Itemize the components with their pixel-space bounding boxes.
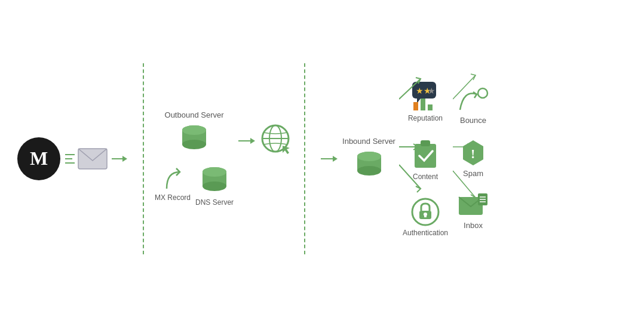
speed-line-2	[65, 158, 72, 159]
arrow-to-content	[399, 141, 423, 153]
m-logo: M	[17, 137, 60, 180]
svg-line-19	[399, 165, 421, 189]
globe-icon	[260, 123, 293, 156]
arrow-to-inbound	[321, 156, 338, 162]
arrow-to-auth	[399, 153, 423, 201]
svg-point-7	[203, 181, 226, 191]
svg-point-3	[182, 140, 206, 149]
outbound-dns-section: Outbound Server MX Record	[155, 110, 234, 207]
dns-server-label: DNS Server	[195, 198, 234, 207]
email-flow-diagram: M Outbound Server	[17, 21, 627, 296]
auth-icon	[411, 198, 440, 226]
dns-db-icon	[201, 166, 228, 196]
outbound-label: Outbound Server	[165, 110, 224, 119]
svg-line-33	[453, 75, 476, 99]
svg-point-8	[203, 167, 226, 177]
auth-item: Authentication	[403, 198, 448, 237]
inbound-label: Inbound Server	[342, 137, 395, 146]
inbox-label: Inbox	[464, 221, 483, 230]
arrow-to-bounce	[453, 69, 479, 111]
mx-record-group: MX Record	[155, 166, 191, 202]
mx-dns-group: MX Record DNS Server	[155, 166, 234, 207]
inbound-db-icon	[356, 150, 382, 180]
auth-label: Authentication	[403, 229, 448, 237]
globe-section	[260, 123, 293, 159]
arrow-to-globe	[238, 138, 255, 144]
speed-line-3	[65, 162, 75, 164]
arrow-to-inbox	[453, 159, 479, 207]
arrow-to-spam	[453, 141, 477, 153]
svg-marker-12	[283, 146, 290, 154]
mx-arrow-icon	[162, 166, 183, 190]
svg-text:★: ★	[428, 87, 436, 96]
svg-line-17	[399, 79, 421, 99]
svg-point-15	[357, 166, 381, 176]
inbound-section: Inbound Server	[342, 137, 395, 180]
arrow-after-envelope	[112, 156, 127, 162]
email-send-group	[65, 146, 127, 171]
arrow-to-reputation	[399, 75, 423, 123]
svg-point-4	[182, 125, 206, 135]
outbound-db-icon	[181, 124, 207, 156]
speed-lines	[65, 154, 75, 164]
svg-point-36	[478, 88, 487, 98]
svg-point-16	[357, 152, 381, 161]
dashed-line-2	[304, 63, 305, 254]
dashed-line-1	[143, 63, 144, 254]
speed-line-1	[65, 154, 75, 155]
svg-line-35	[453, 171, 476, 198]
mx-record-label: MX Record	[155, 193, 191, 202]
logo-letter: M	[30, 147, 48, 170]
bounce-label: Bounce	[460, 116, 486, 125]
dns-server-group: DNS Server	[195, 166, 234, 207]
svg-rect-32	[424, 214, 427, 217]
svg-rect-26	[428, 104, 433, 110]
envelope-icon	[77, 146, 108, 171]
